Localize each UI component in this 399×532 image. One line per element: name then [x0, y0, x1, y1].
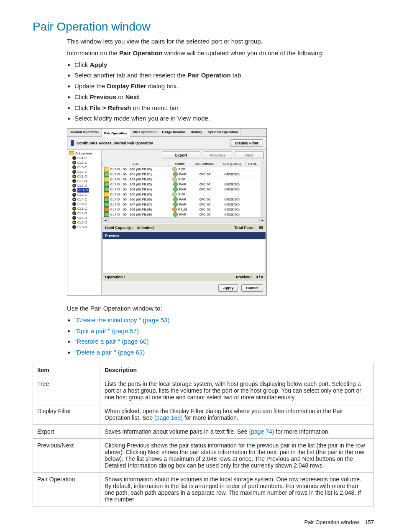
port-icon	[72, 211, 76, 215]
next-button[interactable]: Next	[235, 152, 264, 159]
tree-node[interactable]: CL3-D	[68, 179, 100, 183]
bullet-prev-next: Click Previous or Next.	[74, 93, 374, 102]
table-row[interactable]: CL7-D - 00 - 104 (00:FB:04)PAIR0FC-02640…	[103, 187, 260, 192]
volume-icon	[104, 177, 109, 182]
volume-icon	[104, 167, 109, 172]
scroll-right-icon[interactable]: ►	[260, 217, 266, 223]
tab-usage-monitor[interactable]: Usage Monitor	[159, 129, 188, 136]
status-icon	[173, 172, 178, 177]
tree-node[interactable]: CL7-D	[68, 188, 100, 193]
cancel-button[interactable]: Cancel	[241, 284, 263, 292]
col-status[interactable]: Status	[169, 161, 191, 167]
row-previous-next: Previous/Next Clicking Previous shows th…	[33, 438, 374, 472]
bullet-reselect-tab: Select another tab and then reselect the…	[74, 71, 374, 80]
volume-icon	[104, 172, 109, 177]
pair-list-table[interactable]: VOL Status JNL-MirrorID S/N (LDKC) CTRL …	[102, 161, 260, 217]
table-row[interactable]: CL7-D - 00 - 108 (00:FB:08)PSUS0FC-02640…	[103, 207, 260, 212]
tree-node[interactable]: CL2-D	[68, 211, 100, 216]
panel-title: Continuous Access Journal Pair Operation	[77, 141, 153, 145]
capacity-strip: Used Capacity : Unlimited Total Pairs : …	[102, 224, 266, 231]
port-tree[interactable]: Subsystem CL1-CCL3-CCL5-CCL7-CCL1-DCL3-D…	[67, 150, 102, 295]
bullet-display-filter: Update the Display Filter dialog box.	[74, 82, 374, 91]
scroll-left-icon[interactable]: ◄	[102, 217, 108, 223]
status-icon	[172, 192, 177, 197]
bullet-modify-mode: Select Modify mode when you are in View …	[74, 114, 374, 123]
tree-node[interactable]: CL3-C	[68, 160, 100, 165]
tree-node[interactable]: CL2-C	[68, 193, 100, 197]
table-row[interactable]: CL7-D - 00 - 109 (00:FB:09)PAIR0FC-02640…	[103, 212, 260, 217]
preview-footer: Operation : Preview : 0 / 0	[102, 273, 266, 281]
tab-journal-operation[interactable]: Journal Operation	[67, 129, 102, 136]
page-footer: Pair Operation window157	[33, 519, 374, 525]
volume-icon	[104, 192, 109, 197]
link-page-74[interactable]: (page 74)	[249, 428, 274, 435]
port-icon	[72, 170, 76, 174]
status-icon	[173, 187, 178, 192]
vertical-scrollbar[interactable]	[261, 161, 266, 217]
table-row[interactable]: CL7-D - 00 - 106 (00:FB:06)PAIR0FC-02640…	[103, 197, 260, 202]
update-conditions-list: Click Apply Select another tab and then …	[67, 60, 374, 123]
col-vol[interactable]: VOL	[103, 161, 169, 167]
tree-node[interactable]: CL8-C	[68, 206, 100, 211]
tab-history[interactable]: History	[188, 129, 205, 136]
link-page-169[interactable]: (page 169)	[154, 414, 183, 421]
table-row[interactable]: CL7-D - 00 - 103 (00:FB:03)PAIR0FC-02640…	[103, 182, 260, 187]
total-pairs-value: 55	[259, 226, 263, 230]
folder-icon	[69, 151, 74, 155]
table-row[interactable]: CL7-D - 00 - 105 (00:FB:05)SMPL	[103, 192, 260, 197]
col-ctrl[interactable]: CTRL	[245, 161, 260, 167]
previous-button[interactable]: Previous	[203, 152, 232, 159]
tree-root[interactable]: Subsystem	[68, 151, 100, 156]
link-delete-pair[interactable]: "Delete a pair " (page 63)	[74, 349, 145, 356]
intro-line-1: This window lets you view the pairs for …	[67, 37, 374, 46]
page-number: 157	[365, 519, 374, 525]
port-icon	[72, 156, 76, 160]
tree-node[interactable]: CL1-D	[68, 174, 100, 179]
tree-node[interactable]: CL4-C	[68, 197, 100, 202]
tree-node[interactable]: CL5-C	[68, 165, 100, 170]
pair-operation-screenshot: Journal Operation Pair Operation DKC Ope…	[67, 128, 267, 296]
link-restore-pair[interactable]: "Restore a pair " (page 60)	[74, 338, 148, 345]
tree-node[interactable]: CL6-D	[68, 220, 100, 225]
tree-node[interactable]: CL4-D	[68, 216, 100, 220]
tab-optional-operation[interactable]: Optional Operation	[205, 129, 241, 136]
tree-node[interactable]: CL7-C	[68, 170, 100, 174]
port-icon	[72, 207, 76, 211]
status-icon	[173, 197, 178, 202]
status-icon	[173, 182, 178, 187]
tab-bar: Journal Operation Pair Operation DKC Ope…	[67, 129, 266, 137]
title-bar-marker-icon	[71, 140, 74, 146]
total-pairs-label: Total Pairs :	[234, 226, 256, 230]
preview-area	[102, 239, 266, 273]
apply-button[interactable]: Apply	[218, 284, 238, 292]
table-row[interactable]: CL7-D - 00 - 102 (00:FB:02)SMPL	[103, 177, 260, 182]
port-icon	[72, 175, 76, 178]
col-jnl-mirrorid[interactable]: JNL-MirrorID	[191, 161, 219, 167]
row-display-filter: Display Filter When clicked, opens the D…	[33, 404, 374, 424]
port-icon	[72, 193, 76, 197]
tree-node[interactable]: CL6-C	[68, 202, 100, 206]
intro-line-2: Information on the Pair Operation window…	[67, 49, 374, 58]
port-icon	[72, 221, 76, 224]
bullet-apply: Click Apply	[74, 60, 374, 69]
tab-dkc-operation[interactable]: DKC Operation	[130, 129, 159, 136]
status-icon	[173, 202, 178, 207]
tree-node[interactable]: CL5-D	[68, 183, 100, 188]
tab-pair-operation[interactable]: Pair Operation	[102, 129, 130, 137]
col-sn-ldkc[interactable]: S/N (LDKC)	[219, 161, 246, 167]
link-create-initial-copy[interactable]: "Create the initial copy " (page 53)	[74, 316, 169, 324]
port-icon	[72, 202, 76, 206]
table-row[interactable]: CL7-D - 00 - 101 (00:FB:01)PAIR0FC-02640…	[103, 172, 260, 177]
volume-icon	[104, 182, 109, 187]
table-row[interactable]: CL7-D - 00 - 100 (00:FB:00)SMPL	[103, 167, 260, 172]
use-links-list: "Create the initial copy " (page 53) "Sp…	[67, 316, 374, 357]
export-button[interactable]: Export	[162, 152, 200, 159]
description-table: Item Description Tree Lists the ports in…	[33, 363, 374, 506]
table-row[interactable]: CL7-D - 00 - 107 (00:FB:07)PAIR0FC-02640…	[103, 202, 260, 207]
tree-node[interactable]: CL1-C	[68, 156, 100, 160]
display-filter-button[interactable]: Display Filter	[230, 139, 263, 147]
preview-header: Preview	[102, 232, 266, 239]
link-split-pair[interactable]: "Split a pair " (page 57)	[74, 327, 139, 334]
tree-node[interactable]: CL8-D	[68, 225, 100, 229]
horizontal-scrollbar[interactable]	[108, 217, 260, 223]
